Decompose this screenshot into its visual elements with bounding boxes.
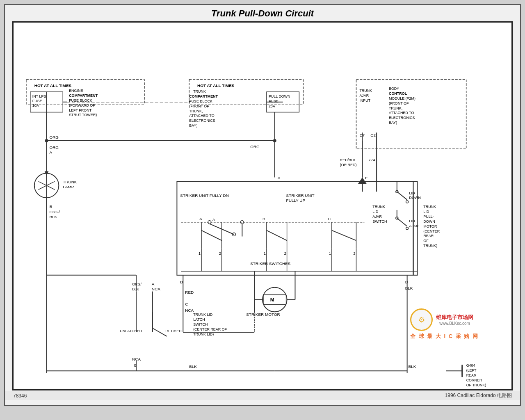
svg-text:RED/BLK: RED/BLK xyxy=(340,158,356,162)
svg-text:LID: LID xyxy=(409,191,415,195)
svg-text:REAR: REAR xyxy=(423,234,434,238)
svg-text:(OR RED): (OR RED) xyxy=(340,163,357,167)
svg-text:G404: G404 xyxy=(466,363,475,368)
svg-text:(CENTER REAR OF: (CENTER REAR OF xyxy=(193,327,227,331)
diagram-title: Trunk Pull-Down Circuit xyxy=(211,8,314,18)
circuit-diagram: HOT AT ALL TIMES INT LPS FUSE 10A ENGINE… xyxy=(14,23,511,389)
svg-text:STRUT TOWER): STRUT TOWER) xyxy=(69,113,97,117)
svg-text:ELECTRONICS: ELECTRONICS xyxy=(189,119,215,123)
svg-text:20A: 20A xyxy=(269,104,275,108)
svg-text:AJAR: AJAR xyxy=(409,224,419,228)
svg-text:PULL-: PULL- xyxy=(423,215,434,219)
svg-text:LID: LID xyxy=(423,210,429,214)
svg-text:1: 1 xyxy=(199,251,201,256)
svg-text:TRUNK: TRUNK xyxy=(193,89,206,94)
diagram-area: HOT AT ALL TIMES INT LPS FUSE 10A ENGINE… xyxy=(12,21,513,390)
svg-text:2: 2 xyxy=(219,251,221,256)
svg-text:2: 2 xyxy=(284,251,286,256)
svg-text:TRUNK: TRUNK xyxy=(63,180,77,184)
svg-text:(FRONT OF: (FRONT OF xyxy=(189,104,209,108)
svg-text:B: B xyxy=(262,217,265,221)
svg-text:AJAR: AJAR xyxy=(359,94,369,98)
svg-text:1: 1 xyxy=(329,251,331,256)
svg-text:ORG: ORG xyxy=(49,145,59,150)
svg-rect-0 xyxy=(14,23,511,389)
svg-text:FUSE: FUSE xyxy=(32,99,42,103)
svg-text:UNLATCHED: UNLATCHED xyxy=(120,329,142,333)
svg-text:ELECTRONICS: ELECTRONICS xyxy=(389,116,415,120)
svg-text:MODULE (P2M): MODULE (P2M) xyxy=(389,96,415,100)
svg-text:ORG/: ORG/ xyxy=(49,210,60,214)
svg-text:COMPARTMENT: COMPARTMENT xyxy=(189,94,218,98)
svg-text:HOT AT ALL TIMES: HOT AT ALL TIMES xyxy=(34,83,72,88)
svg-text:PULL DOWN: PULL DOWN xyxy=(269,94,290,98)
svg-text:BODY: BODY xyxy=(389,87,399,91)
svg-text:ORG/: ORG/ xyxy=(132,282,142,286)
svg-text:LID: LID xyxy=(372,210,378,214)
svg-text:BLK: BLK xyxy=(49,215,57,219)
svg-text:A: A xyxy=(49,150,52,155)
svg-text:A: A xyxy=(152,282,155,286)
svg-text:NCA: NCA xyxy=(185,308,194,313)
svg-text:INT LPS: INT LPS xyxy=(32,94,46,98)
svg-text:D: D xyxy=(405,280,408,284)
svg-text:1: 1 xyxy=(264,251,266,256)
svg-text:LEFT FRONT: LEFT FRONT xyxy=(69,108,91,112)
svg-text:(CENTER: (CENTER xyxy=(423,229,440,233)
svg-text:INPUT: INPUT xyxy=(359,98,370,103)
svg-text:BAY): BAY) xyxy=(389,121,397,125)
svg-text:FUSE BLOCK: FUSE BLOCK xyxy=(189,99,212,103)
svg-text:TRUNK): TRUNK) xyxy=(423,244,437,248)
svg-text:ENGINE: ENGINE xyxy=(69,89,83,93)
svg-text:TRUNK: TRUNK xyxy=(359,89,372,93)
svg-text:B: B xyxy=(49,204,52,209)
svg-text:STRIKER SWITCHES: STRIKER SWITCHES xyxy=(250,261,291,266)
svg-text:CONTROL: CONTROL xyxy=(389,91,407,96)
svg-text:A: A xyxy=(199,217,202,221)
svg-text:TRUNK: TRUNK xyxy=(372,205,385,209)
svg-text:CORNER: CORNER xyxy=(466,378,482,382)
svg-text:REAR: REAR xyxy=(466,373,477,377)
svg-text:FULLY UP: FULLY UP xyxy=(286,198,306,203)
footer-bar: 78346 1996 Cadillac Eldorado 电路图 xyxy=(5,391,520,400)
svg-text:BLK: BLK xyxy=(405,286,413,290)
svg-text:C: C xyxy=(328,217,331,221)
svg-text:BLK: BLK xyxy=(189,364,197,369)
svg-text:AJAR: AJAR xyxy=(372,215,382,219)
svg-text:STRIKER UNIT FULLY DN: STRIKER UNIT FULLY DN xyxy=(180,193,229,198)
svg-text:TRUNK,: TRUNK, xyxy=(189,109,203,113)
svg-text:STRIKER MOTOR: STRIKER MOTOR xyxy=(246,312,280,317)
svg-text:TRUNK: TRUNK xyxy=(423,205,436,209)
svg-text:B: B xyxy=(180,280,183,284)
svg-text:A: A xyxy=(278,176,281,180)
svg-text:HOT AT ALL TIMES: HOT AT ALL TIMES xyxy=(197,83,235,88)
svg-text:STRIKER UNIT: STRIKER UNIT xyxy=(286,193,315,198)
svg-text:2: 2 xyxy=(354,251,356,256)
svg-text:OF TRUNK): OF TRUNK) xyxy=(466,383,486,387)
svg-text:FUSE: FUSE xyxy=(269,99,278,103)
svg-text:SWITCH: SWITCH xyxy=(193,322,208,326)
svg-text:ATTACHED TO: ATTACHED TO xyxy=(189,114,214,118)
svg-text:ORG: ORG xyxy=(250,144,260,149)
svg-text:C: C xyxy=(185,302,188,306)
svg-text:BLK: BLK xyxy=(409,364,416,369)
svg-text:MOTOR: MOTOR xyxy=(423,224,437,228)
svg-text:LATCHED: LATCHED xyxy=(165,329,182,333)
svg-text:DOWN: DOWN xyxy=(409,196,421,200)
svg-text:(LEFT: (LEFT xyxy=(466,368,477,372)
svg-text:LID: LID xyxy=(409,219,415,223)
svg-text:A: A xyxy=(212,217,215,222)
diagram-number: 78346 xyxy=(13,393,27,399)
svg-text:SWITCH: SWITCH xyxy=(372,219,387,224)
svg-text:DOWN: DOWN xyxy=(423,219,435,224)
svg-text:774: 774 xyxy=(368,158,375,162)
svg-text:(FRONT OF: (FRONT OF xyxy=(389,101,409,105)
svg-text:OF: OF xyxy=(423,239,429,243)
svg-text:BLK: BLK xyxy=(132,287,139,291)
svg-text:ORG: ORG xyxy=(49,135,59,139)
svg-text:LATCH: LATCH xyxy=(193,317,205,322)
svg-text:M: M xyxy=(270,297,274,303)
title-area: Trunk Pull-Down Circuit xyxy=(5,5,520,21)
main-container: Trunk Pull-Down Circuit HOT AT ALL TIMES… xyxy=(4,4,521,406)
svg-text:(FORWARD OF: (FORWARD OF xyxy=(69,103,95,107)
